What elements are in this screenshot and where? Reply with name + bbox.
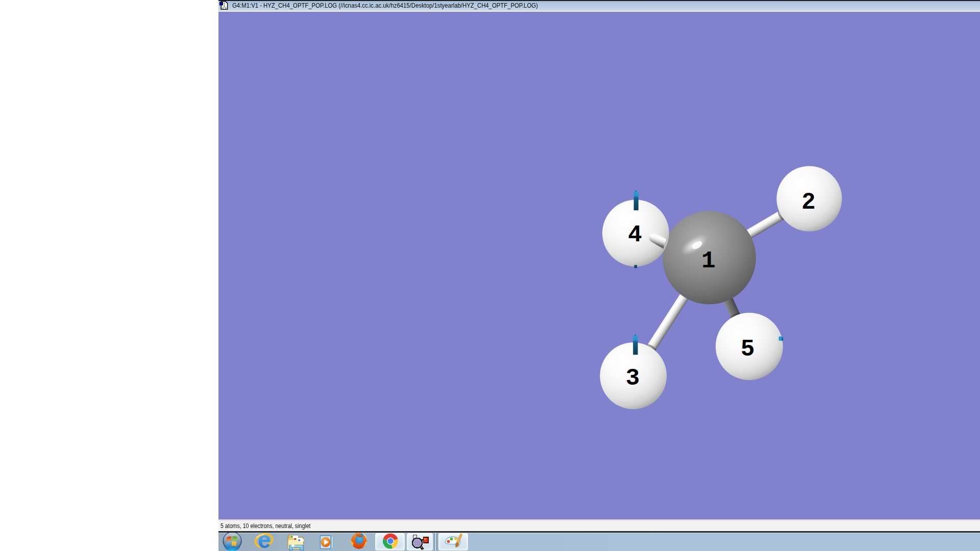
svg-text:2: 2 bbox=[801, 189, 816, 216]
svg-text:1: 1 bbox=[701, 248, 716, 274]
svg-text:5: 5 bbox=[741, 336, 755, 363]
svg-text:4: 4 bbox=[628, 222, 642, 248]
svg-text:3: 3 bbox=[626, 365, 640, 392]
svg-text:e: e bbox=[258, 533, 271, 551]
